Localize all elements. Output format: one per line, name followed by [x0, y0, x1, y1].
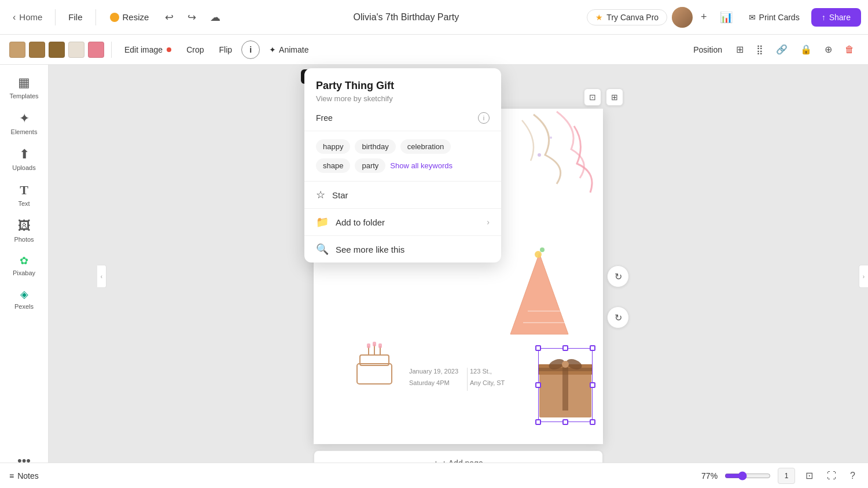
- handle-mid-right[interactable]: [590, 382, 595, 388]
- sidebar-toggle-left[interactable]: ‹: [97, 265, 106, 288]
- edit-image-indicator: [167, 47, 171, 52]
- svg-marker-2: [510, 253, 568, 334]
- elements-icon: ✦: [19, 111, 30, 126]
- notes-label: Notes: [17, 471, 39, 480]
- gift-box-element[interactable]: [538, 348, 593, 422]
- toolbar-right: Position ⊞ ⣿ 🔗 🔒 ⊕ 🗑: [687, 40, 859, 58]
- bottom-bar: ≡ Notes 77% 1 ⊡ ⛶ ?: [0, 463, 868, 488]
- animate-button[interactable]: ✦ Animate: [263, 42, 314, 58]
- sidebar-item-uploads[interactable]: ⬆ Uploads: [2, 141, 46, 177]
- file-button[interactable]: File: [62, 9, 88, 25]
- avatar[interactable]: [672, 7, 693, 28]
- refresh-button[interactable]: ↻: [607, 265, 629, 287]
- handle-mid-left[interactable]: [535, 382, 541, 388]
- add-to-folder-label: Add to folder: [336, 217, 480, 227]
- home-button[interactable]: ‹ Home: [7, 9, 48, 26]
- help-button[interactable]: ?: [847, 468, 859, 483]
- color-swatch-2[interactable]: [29, 42, 45, 58]
- svg-point-21: [562, 361, 569, 368]
- try-pro-label: Try Canva Pro: [606, 13, 659, 22]
- grid-button[interactable]: ⣿: [752, 40, 768, 58]
- analytics-button[interactable]: 📊: [715, 9, 737, 26]
- color-swatch-5[interactable]: [88, 42, 104, 58]
- animate-icon: ✦: [269, 45, 276, 54]
- handle-top-right[interactable]: [590, 345, 595, 351]
- share-label: Share: [829, 13, 851, 22]
- info-panel: Party Thing Gift View more by sketchify …: [304, 68, 501, 263]
- crop-canvas-button[interactable]: ⊡: [584, 88, 601, 106]
- undo-button[interactable]: ↩: [160, 8, 178, 27]
- photos-icon: 🖼: [18, 219, 31, 234]
- page-indicator[interactable]: 1: [778, 468, 795, 484]
- expand-canvas-button[interactable]: ⊞: [606, 88, 623, 106]
- color-swatch-3[interactable]: [49, 42, 65, 58]
- keyword-birthday[interactable]: birthday: [355, 139, 395, 154]
- print-cards-button[interactable]: ✉ Print Cards: [742, 9, 807, 25]
- keyword-party[interactable]: party: [355, 158, 385, 173]
- sidebar-item-pexels[interactable]: ◈ Pexels: [2, 282, 46, 316]
- free-label: Free: [316, 113, 333, 123]
- street-address: 123 St.,: [470, 366, 505, 378]
- fullscreen-button[interactable]: ⛶: [823, 468, 840, 483]
- link-button[interactable]: 🔗: [771, 40, 792, 58]
- view-more-by-link[interactable]: View more by sketchify: [316, 94, 490, 103]
- keyword-happy[interactable]: happy: [316, 139, 350, 154]
- see-more-action[interactable]: 🔍 See more like this: [304, 236, 501, 263]
- edit-image-button[interactable]: Edit image: [119, 42, 177, 58]
- mail-icon: ✉: [749, 13, 756, 22]
- info-button[interactable]: i: [241, 40, 260, 59]
- free-info-icon[interactable]: i: [478, 112, 490, 124]
- align-button[interactable]: ⊞: [731, 40, 748, 58]
- fit-screen-button[interactable]: ⊡: [802, 468, 816, 483]
- handle-bottom-left[interactable]: [535, 419, 541, 425]
- resize-dot-icon: [110, 13, 119, 22]
- color-swatch-1[interactable]: [9, 42, 25, 58]
- delete-button[interactable]: 🗑: [840, 41, 859, 58]
- replace-element-button[interactable]: ↻: [607, 306, 629, 328]
- canvas-controls-top: ⊡ ⊞: [584, 88, 623, 106]
- sidebar-item-elements[interactable]: ✦ Elements: [2, 105, 46, 141]
- event-day: Saturday 4PM: [409, 378, 458, 389]
- svg-point-0: [538, 153, 541, 157]
- redo-button[interactable]: ↪: [183, 8, 201, 27]
- lock-button[interactable]: 🔒: [796, 40, 816, 58]
- try-pro-button[interactable]: ★ Try Canva Pro: [587, 9, 667, 25]
- keyword-shape[interactable]: shape: [316, 158, 350, 173]
- handle-bottom-mid[interactable]: [562, 419, 568, 425]
- show-all-keywords-button[interactable]: Show all keywords: [390, 158, 453, 173]
- share-button[interactable]: ↑ Share: [811, 8, 861, 27]
- position-button[interactable]: Position: [687, 42, 728, 58]
- toolbar-separator-1: [111, 42, 112, 58]
- sidebar-item-pixabay[interactable]: ✿ Pixabay: [2, 249, 46, 282]
- cloud-save-button[interactable]: ☁: [205, 8, 225, 27]
- notes-button[interactable]: ≡ Notes: [9, 471, 39, 480]
- keyword-celebration[interactable]: celebration: [400, 139, 451, 154]
- pixabay-label: Pixabay: [13, 269, 35, 276]
- city-address: Any City, ST: [470, 378, 505, 389]
- svg-point-1: [550, 136, 552, 139]
- crop-button[interactable]: Crop: [181, 42, 209, 58]
- photos-label: Photos: [14, 236, 34, 243]
- home-label: Home: [19, 12, 42, 22]
- pexels-icon: ◈: [20, 288, 28, 301]
- replace-button[interactable]: ⊕: [820, 40, 837, 58]
- handle-bottom-right[interactable]: [590, 419, 595, 425]
- add-to-folder-action[interactable]: 📁 Add to folder ›: [304, 209, 501, 236]
- add-collaborator-button[interactable]: +: [697, 9, 711, 25]
- zoom-slider[interactable]: [724, 471, 771, 480]
- handle-top-mid[interactable]: [562, 345, 568, 351]
- star-action[interactable]: ☆ Star: [304, 182, 501, 209]
- flip-button[interactable]: Flip: [214, 42, 238, 58]
- sidebar-toggle-right[interactable]: ›: [859, 265, 868, 288]
- svg-point-6: [540, 247, 545, 252]
- info-icon: i: [249, 45, 252, 54]
- handle-top-left[interactable]: [535, 345, 541, 351]
- sidebar-item-photos[interactable]: 🖼 Photos: [2, 213, 46, 249]
- sidebar-item-text[interactable]: T Text: [2, 177, 46, 213]
- color-swatch-4[interactable]: [68, 42, 84, 58]
- star-action-label: Star: [332, 190, 490, 200]
- resize-button[interactable]: Resize: [103, 9, 156, 25]
- event-details: January 19, 2023 Saturday 4PM: [409, 366, 458, 389]
- sidebar-item-templates[interactable]: ▦ Templates: [2, 69, 46, 105]
- info-panel-free-section: Free i: [304, 108, 501, 131]
